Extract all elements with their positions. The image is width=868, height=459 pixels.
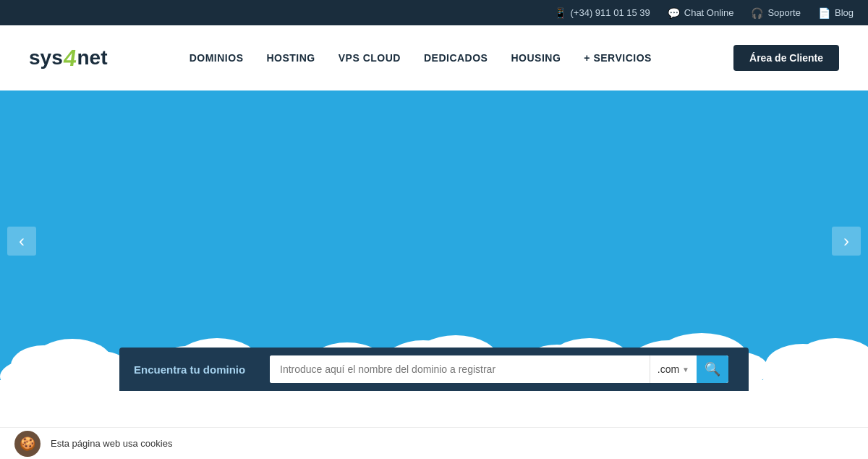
nav-dedicados[interactable]: DEDICADOS bbox=[424, 52, 488, 64]
hero-slider: ‹ › bbox=[0, 90, 868, 391]
domain-search-button[interactable]: 🔍 bbox=[697, 355, 728, 383]
search-icon: 🔍 bbox=[705, 361, 720, 377]
nav-vps[interactable]: VPS CLOUD bbox=[339, 52, 401, 64]
phone-number: (+34) 911 01 15 39 bbox=[571, 7, 650, 18]
domain-bar-label: Encuentra tu dominio bbox=[134, 363, 264, 376]
main-nav: sys 4 net DOMINIOS HOSTING VPS CLOUD DED… bbox=[0, 25, 868, 90]
cookie-text: Esta página web usa cookies bbox=[51, 438, 172, 449]
phone-icon: 📱 bbox=[554, 7, 566, 19]
domain-search-input[interactable] bbox=[270, 355, 650, 383]
nav-links: DOMINIOS HOSTING VPS CLOUD DEDICADOS HOU… bbox=[190, 51, 652, 64]
nav-dominios[interactable]: DOMINIOS bbox=[190, 52, 244, 64]
chat-label: Chat Online bbox=[684, 7, 734, 18]
phone-link[interactable]: 📱 (+34) 911 01 15 39 bbox=[554, 7, 650, 19]
logo[interactable]: sys 4 net bbox=[29, 46, 108, 70]
chat-link[interactable]: 💬 Chat Online bbox=[668, 7, 734, 19]
soporte-link[interactable]: 🎧 Soporte bbox=[751, 7, 801, 19]
headset-icon: 🎧 bbox=[751, 7, 763, 19]
domain-tld-selector[interactable]: .com ▼ bbox=[650, 355, 697, 383]
blog-label: Blog bbox=[835, 7, 854, 18]
chat-icon: 💬 bbox=[668, 7, 680, 19]
slider-prev-button[interactable]: ‹ bbox=[7, 227, 36, 256]
nav-hosting[interactable]: HOSTING bbox=[266, 52, 315, 64]
logo-4: 4 bbox=[61, 46, 77, 70]
soporte-label: Soporte bbox=[767, 7, 801, 18]
domain-tld-value: .com bbox=[658, 363, 679, 375]
blog-icon: 📄 bbox=[818, 7, 830, 19]
slider-next-button[interactable]: › bbox=[832, 227, 861, 256]
cookie-bar: 🍪 Esta página web usa cookies bbox=[0, 427, 868, 459]
blog-link[interactable]: 📄 Blog bbox=[818, 7, 854, 19]
logo-sys: sys bbox=[29, 46, 63, 70]
chevron-down-icon: ▼ bbox=[682, 366, 689, 374]
nav-servicios[interactable]: + SERVICIOS bbox=[584, 52, 652, 64]
domain-search-bar: Encuentra tu dominio .com ▼ 🔍 bbox=[119, 348, 749, 391]
cookie-icon: 🍪 bbox=[14, 431, 41, 457]
domain-input-wrap: .com ▼ 🔍 bbox=[270, 355, 728, 383]
logo-net: net bbox=[77, 46, 108, 70]
nav-housing[interactable]: HOUSING bbox=[511, 52, 561, 64]
area-cliente-button[interactable]: Área de Cliente bbox=[733, 45, 839, 71]
top-bar: 📱 (+34) 911 01 15 39 💬 Chat Online 🎧 Sop… bbox=[0, 0, 868, 25]
